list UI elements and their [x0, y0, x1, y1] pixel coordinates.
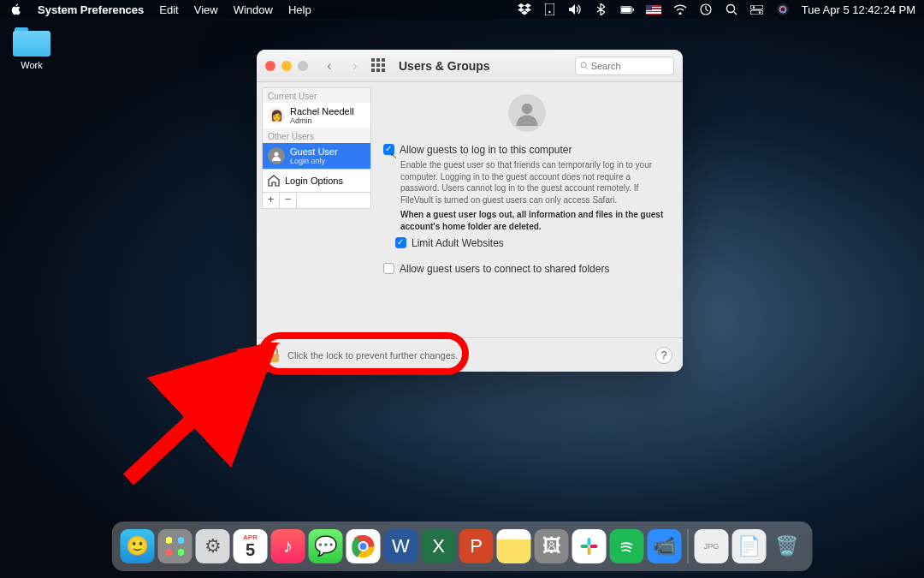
svg-rect-22 [588, 538, 591, 545]
limit-adult-label: Limit Adult Websites [412, 237, 504, 249]
guest-avatar[interactable] [508, 94, 546, 132]
dock-messages[interactable]: 💬 [309, 529, 343, 563]
sidebar-guest-user[interactable]: Guest User Login only [263, 143, 370, 169]
bluetooth-icon[interactable] [595, 3, 608, 15]
svg-rect-4 [632, 8, 633, 11]
dock-excel[interactable]: X [422, 529, 456, 563]
remove-user-button[interactable]: − [280, 193, 297, 208]
dock-zoom[interactable]: 📹 [648, 529, 682, 563]
control-center-icon[interactable] [750, 3, 764, 15]
svg-point-14 [581, 63, 586, 68]
battery-icon[interactable] [620, 3, 634, 15]
minimize-button[interactable] [281, 61, 292, 71]
svg-point-8 [753, 6, 755, 8]
user-role: Login only [290, 157, 338, 165]
dock-powerpoint[interactable]: P [459, 529, 494, 563]
clock[interactable]: Tue Apr 5 12:42:24 PM [802, 3, 915, 16]
svg-rect-17 [269, 354, 279, 362]
dock-separator [688, 529, 689, 563]
dock-recent-doc[interactable]: JPG [695, 529, 729, 563]
show-all-button[interactable] [371, 58, 387, 74]
search-icon [580, 61, 589, 70]
svg-rect-23 [581, 545, 589, 548]
login-options-button[interactable]: Login Options [263, 169, 370, 192]
dock-preview[interactable]: 🖼 [535, 529, 569, 563]
zoom-button[interactable] [298, 61, 308, 71]
svg-rect-0 [545, 3, 554, 15]
lock-text[interactable]: Click the lock to prevent further change… [287, 350, 458, 361]
svg-rect-25 [590, 545, 598, 548]
allow-guests-bold: When a guest user logs out, all informat… [400, 209, 671, 232]
timemachine-icon[interactable] [699, 3, 713, 15]
dock-finder[interactable]: 🙂 [121, 529, 155, 563]
menubar: System Preferences Edit View Window Help… [0, 0, 924, 19]
menu-window[interactable]: Window [234, 3, 273, 16]
users-groups-window: ‹ › Users & Groups Current User 👩 Rachel… [257, 50, 683, 372]
app-name[interactable]: System Preferences [38, 3, 144, 16]
apple-menu-icon[interactable] [9, 3, 22, 15]
dock: 🙂 ⚙ APR5 ♪ 💬 W X P 🖼 📹 JPG 📄 🗑️ [112, 521, 813, 571]
svg-point-6 [726, 5, 734, 13]
desktop-folder-work[interactable]: Work [9, 27, 55, 70]
limit-adult-checkbox[interactable] [395, 237, 406, 248]
lock-icon[interactable] [267, 347, 281, 364]
dock-launchpad[interactable] [158, 529, 192, 563]
menu-help[interactable]: Help [288, 3, 311, 16]
svg-point-15 [275, 152, 279, 157]
dock-word[interactable]: W [384, 529, 418, 563]
input-source-icon[interactable] [646, 5, 661, 15]
svg-point-16 [522, 104, 533, 115]
wifi-icon[interactable] [673, 3, 687, 15]
dock-recent-doc[interactable]: 📄 [732, 529, 767, 563]
menu-edit[interactable]: Edit [159, 3, 178, 16]
add-user-button[interactable]: + [263, 193, 280, 208]
dock-trash[interactable]: 🗑️ [770, 529, 804, 563]
allow-guests-label: Allow guests to log in to this computer [400, 144, 572, 156]
dock-chrome[interactable] [346, 529, 381, 563]
svg-rect-9 [750, 10, 763, 15]
svg-rect-3 [621, 7, 631, 12]
allow-shared-label: Allow guest users to connect to shared f… [400, 263, 609, 275]
user-role: Admin [290, 116, 354, 125]
folder-icon [13, 27, 50, 57]
help-button[interactable]: ? [655, 347, 672, 364]
menu-view[interactable]: View [194, 3, 218, 16]
dock-music[interactable]: ♪ [271, 529, 305, 563]
dock-slack[interactable] [572, 529, 607, 563]
svg-point-10 [759, 11, 761, 13]
dock-spotify[interactable] [610, 529, 644, 563]
svg-point-21 [359, 542, 368, 551]
forward-button[interactable]: › [346, 58, 364, 74]
titlebar: ‹ › Users & Groups [257, 50, 683, 82]
other-users-header: Other Users [263, 128, 370, 143]
search-field[interactable] [575, 57, 674, 75]
siri-icon[interactable] [776, 3, 790, 15]
search-input[interactable] [591, 61, 669, 71]
house-icon [268, 175, 280, 187]
dropbox-icon[interactable] [518, 3, 531, 15]
folder-label: Work [9, 60, 55, 70]
svg-point-11 [777, 3, 789, 15]
avatar-icon: 👩 [268, 107, 285, 124]
window-title: Users & Groups [399, 59, 490, 73]
backup-icon[interactable] [543, 3, 557, 15]
sidebar-current-user[interactable]: 👩 Rachel Needell Admin [263, 103, 370, 128]
back-button[interactable]: ‹ [320, 58, 339, 74]
users-sidebar: Current User 👩 Rachel Needell Admin Othe… [262, 87, 371, 209]
svg-rect-7 [750, 5, 763, 9]
current-user-header: Current User [263, 88, 370, 103]
volume-icon[interactable] [569, 3, 583, 15]
lock-bar: Click the lock to prevent further change… [257, 337, 683, 372]
avatar-icon [268, 147, 285, 164]
dock-notes[interactable] [497, 529, 531, 563]
close-button[interactable] [265, 61, 275, 71]
dock-system-preferences[interactable]: ⚙ [196, 529, 230, 563]
svg-point-1 [549, 11, 551, 13]
main-content: Allow guests to log in to this computer … [371, 82, 683, 337]
allow-guests-desc: Enable the guest user so that friends ca… [400, 159, 671, 206]
user-name: Rachel Needell [290, 106, 354, 116]
dock-calendar[interactable]: APR5 [234, 529, 268, 563]
spotlight-icon[interactable] [725, 3, 738, 15]
svg-rect-24 [588, 547, 591, 555]
allow-shared-checkbox[interactable] [383, 263, 394, 274]
